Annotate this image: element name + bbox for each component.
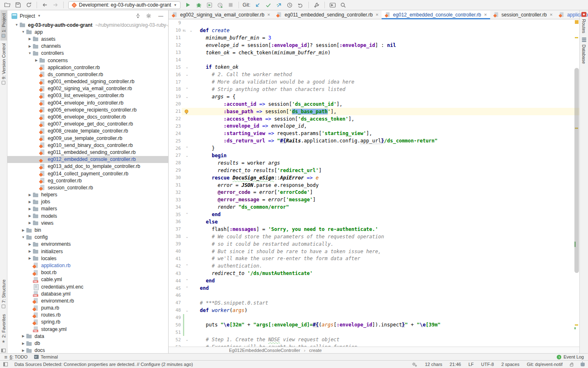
tree-item-eg012_embedded_console_controller.rb[interactable]: eg012_embedded_console_controller.rb	[7, 156, 168, 163]
tree-item-jobs[interactable]: ▶jobs	[7, 198, 168, 205]
code-line-9[interactable]: 9	[169, 19, 579, 27]
toolwindow-button-terminal[interactable]: Terminal	[34, 354, 58, 359]
toolwindow-layout-icon[interactable]	[1, 349, 6, 352]
chevron-right-icon[interactable]: ▶	[27, 44, 32, 48]
code-line-50[interactable]: 50 puts "\e[32m" + "args[:envelope_id]=#…	[169, 321, 579, 329]
fold-marker-icon[interactable]: ⌄	[185, 235, 189, 239]
hide-panel-icon[interactable]: —	[157, 13, 165, 19]
profile-icon[interactable]	[215, 1, 225, 9]
breadcrumb-class[interactable]: Eg012EmbeddedConsoleController	[229, 348, 300, 353]
tree-item-bin[interactable]: ▶bin	[7, 226, 168, 233]
tree-item-mailers[interactable]: ▶mailers	[7, 205, 168, 212]
project-panel-title[interactable]: Project	[20, 13, 35, 19]
tree-item-cable.yml[interactable]: cable.yml	[7, 276, 168, 283]
tree-item-initializers[interactable]: ▶initializers	[7, 248, 168, 255]
event-log-button[interactable]: 1 Event Log	[557, 354, 584, 359]
collapse-all-icon[interactable]	[135, 13, 144, 19]
tree-item-docs[interactable]: ▶docs	[7, 347, 168, 353]
code-line-16[interactable]: 16⌄ # 2. Call the worker method	[169, 71, 579, 78]
run-icon[interactable]	[183, 1, 193, 9]
code-line-14[interactable]: 14	[169, 56, 579, 63]
code-line-21[interactable]: 21 :base_path => session['ds_base_path']…	[169, 108, 579, 115]
tree-item-ds_common_controller.rb[interactable]: ds_common_controller.rb	[7, 71, 168, 78]
toolwindow-button-version-control[interactable]: 9: Version Control	[0, 40, 7, 87]
code-line-33[interactable]: 33 @error_message = error['message']	[169, 196, 579, 203]
code-editor[interactable]: 910≡↓⌄def create11 minimum_buffer_min = …	[169, 19, 579, 347]
chevron-right-icon[interactable]: ▶	[27, 242, 32, 246]
chevron-down-icon[interactable]: ▼	[27, 51, 32, 55]
git-history-icon[interactable]	[285, 1, 295, 9]
tree-item-eg001_embedded_signing_controller.rb[interactable]: eg001_embedded_signing_controller.rb	[7, 78, 168, 85]
editor-tab-eg002_signing_via_email_controller.rb[interactable]: eg002_signing_via_email_controller.rb✕	[169, 10, 273, 19]
tree-item-eg004_envelope_info_controller.rb[interactable]: eg004_envelope_info_controller.rb	[7, 99, 168, 106]
close-icon[interactable]: ✕	[267, 13, 271, 17]
editor-tab-eg012_embedded_console_controller.rb[interactable]: eg012_embedded_console_controller.rb✕	[382, 10, 490, 19]
fold-marker-icon[interactable]: ⌃	[185, 279, 189, 283]
toolwindow-button-database[interactable]: Database	[581, 37, 586, 64]
fold-marker-icon[interactable]: ⌃	[185, 264, 189, 268]
code-line-22[interactable]: 22 :access_token => session['ds_access_t…	[169, 115, 579, 123]
vcs-change-bar[interactable]	[183, 328, 184, 336]
toolwindow-button-routes[interactable]: Routes	[581, 12, 586, 33]
fold-marker-icon[interactable]: ⌄	[185, 72, 189, 77]
fold-marker-icon[interactable]: ⌄	[185, 338, 189, 342]
code-line-15[interactable]: 15⌄ if token_ok	[169, 63, 579, 71]
chevron-right-icon[interactable]: ▶	[21, 342, 26, 345]
chevron-down-icon[interactable]: ▼	[14, 23, 19, 27]
vcs-change-bar[interactable]	[183, 314, 184, 321]
debug-icon[interactable]	[194, 1, 204, 9]
fold-marker-icon[interactable]: ⌃	[185, 212, 189, 217]
chevron-right-icon[interactable]: ▶	[27, 214, 32, 218]
code-line-31[interactable]: 31 error = JSON.parse e.response_body	[169, 182, 579, 189]
code-line-26[interactable]: 26⌃ }	[169, 144, 579, 152]
tree-item-puma.rb[interactable]: puma.rb	[7, 305, 168, 312]
warning-stripe-mark[interactable]	[575, 324, 578, 326]
tree-item-eg-03-ruby-auth-code-grant[interactable]: ▼eg-03-ruby-auth-code-grant~/rubymine/do…	[7, 21, 168, 28]
stop-icon[interactable]	[226, 1, 236, 9]
wrench-icon[interactable]	[312, 1, 322, 9]
inspection-status-icon[interactable]	[575, 20, 579, 24]
code-line-23[interactable]: 23 :envelope_id => envelope_id,	[169, 122, 579, 130]
code-line-27[interactable]: 27⌄ begin	[169, 152, 579, 159]
tree-item-views[interactable]: ▶views	[7, 219, 168, 226]
settings-gear-icon[interactable]	[146, 13, 154, 19]
code-line-42[interactable]: 42⌃ # authentication.	[169, 262, 579, 270]
tree-item-data[interactable]: ▶data	[7, 333, 168, 340]
tree-item-session_controller.rb[interactable]: session_controller.rb	[7, 184, 168, 191]
code-line-11[interactable]: 11 minimum_buffer_min = 3	[169, 34, 579, 42]
code-line-28[interactable]: 28 results = worker args	[169, 159, 579, 167]
status-message[interactable]: Data Sources Detected: Connection proper…	[14, 362, 193, 367]
tree-item-routes.rb[interactable]: routes.rb	[7, 312, 168, 319]
fold-marker-icon[interactable]: ⌄	[185, 95, 189, 99]
fold-marker-icon[interactable]: ⌄	[185, 154, 189, 158]
breadcrumb-method[interactable]: create	[309, 348, 322, 353]
fold-marker-icon[interactable]: ⌃	[185, 87, 189, 91]
chevron-right-icon[interactable]: ▶	[21, 228, 26, 232]
fold-marker-icon[interactable]: ⌃	[185, 286, 189, 290]
chevron-down-icon[interactable]: ▼	[37, 14, 41, 18]
code-line-13[interactable]: 13 token_ok = check_token(minimum_buffer…	[169, 49, 579, 56]
toolwindow-toggle-icon[interactable]	[3, 362, 8, 366]
chevron-right-icon[interactable]: ▶	[21, 334, 26, 338]
save-icon[interactable]	[13, 1, 23, 9]
lock-icon[interactable]	[570, 364, 573, 366]
code-line-35[interactable]: 35⌃ end	[169, 211, 579, 218]
tree-item-eg009_use_template_controller.rb[interactable]: eg009_use_template_controller.rb	[7, 135, 168, 142]
git-update-icon[interactable]	[253, 1, 263, 9]
tree-item-environments[interactable]: ▶environments	[7, 241, 168, 248]
tree-item-channels[interactable]: ▶channels	[7, 43, 168, 50]
code-line-38[interactable]: 38⌄ # We could store the parameters of t…	[169, 233, 579, 240]
tree-item-controllers[interactable]: ▼controllers	[7, 50, 168, 57]
fold-marker-icon[interactable]: ⌄	[185, 308, 189, 312]
code-line-40[interactable]: 40 # But since it should be rare to have…	[169, 248, 579, 255]
tree-item-database.yml[interactable]: database.yml	[7, 290, 168, 297]
open-icon[interactable]	[2, 1, 12, 9]
chevron-right-icon[interactable]: ▶	[27, 207, 32, 211]
fold-marker-icon[interactable]: ⌃	[185, 146, 189, 150]
change-stripe-mark[interactable]	[574, 327, 576, 329]
tree-item-credentials.yml.enc[interactable]: credentials.yml.enc	[7, 283, 168, 290]
code-line-10[interactable]: 10≡↓⌄def create	[169, 27, 579, 34]
toolwindow-button-todo[interactable]: ≣ 6: TODO	[4, 354, 28, 359]
tree-item-spring.rb[interactable]: spring.rb	[7, 319, 168, 326]
fold-marker-icon[interactable]: ⌄	[190, 28, 193, 33]
